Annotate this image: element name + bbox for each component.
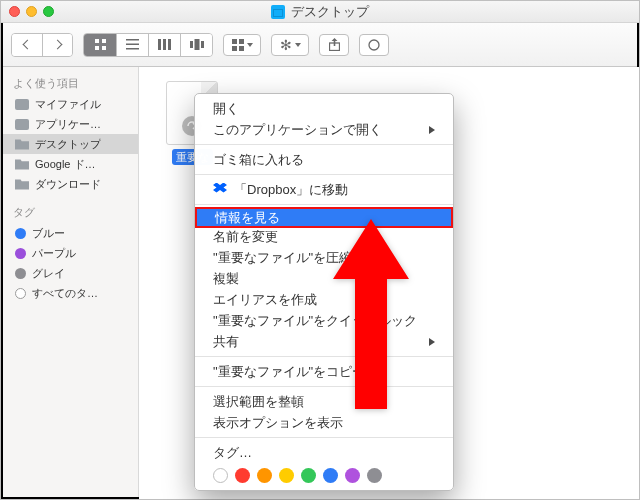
tag-circle-yellow[interactable] xyxy=(279,468,294,483)
view-mode-segment xyxy=(83,33,213,57)
ctx-duplicate[interactable]: 複製 xyxy=(195,268,453,289)
svg-rect-11 xyxy=(194,39,199,50)
ctx-alias[interactable]: エイリアスを作成 xyxy=(195,289,453,310)
tag-circle-green[interactable] xyxy=(301,468,316,483)
window-title: デスクトップ xyxy=(291,3,369,21)
sidebar-item-googledrive[interactable]: Google ド… xyxy=(1,154,138,174)
share-button[interactable] xyxy=(319,34,349,56)
svg-rect-15 xyxy=(232,46,237,51)
view-icon-button[interactable] xyxy=(84,34,116,56)
sidebar-tag-gray[interactable]: グレイ xyxy=(1,263,138,283)
close-window-button[interactable] xyxy=(9,6,20,17)
ctx-quicklook[interactable]: "重要なファイル"をクイックルック xyxy=(195,310,453,331)
svg-rect-10 xyxy=(190,41,193,48)
svg-rect-13 xyxy=(232,39,237,44)
svg-rect-3 xyxy=(102,46,106,50)
tag-circle-purple[interactable] xyxy=(345,468,360,483)
action-dropdown[interactable]: ✻ xyxy=(271,34,309,56)
downloads-icon xyxy=(15,179,29,190)
ctx-move-dropbox[interactable]: 「Dropbox」に移動 xyxy=(195,179,453,200)
svg-rect-7 xyxy=(158,39,161,50)
ctx-open[interactable]: 開く xyxy=(195,98,453,119)
ctx-copy[interactable]: "重要なファイル"をコピー xyxy=(195,361,453,382)
view-list-button[interactable] xyxy=(116,34,148,56)
columns-icon xyxy=(158,39,171,50)
ctx-get-info[interactable]: 情報を見る xyxy=(195,207,453,228)
minimize-window-button[interactable] xyxy=(26,6,37,17)
back-button[interactable] xyxy=(12,34,42,56)
svg-rect-8 xyxy=(163,39,166,50)
chevron-down-icon xyxy=(295,43,301,47)
sidebar-header-favorites: よく使う項目 xyxy=(1,75,138,94)
sidebar-item-desktop[interactable]: デスクトップ xyxy=(1,134,138,154)
ctx-share[interactable]: 共有 xyxy=(195,331,453,352)
sidebar-tag-purple[interactable]: パープル xyxy=(1,243,138,263)
chevron-right-icon xyxy=(53,40,63,50)
sidebar-item-myfiles[interactable]: マイファイル xyxy=(1,94,138,114)
sidebar-header-tags: タグ xyxy=(1,204,138,223)
tags-button[interactable] xyxy=(359,34,389,56)
chevron-left-icon xyxy=(22,40,32,50)
finder-window: デスクトップ ✻ xyxy=(0,0,640,500)
dropbox-icon xyxy=(213,183,227,197)
ctx-separator xyxy=(195,204,453,205)
tag-circle-red[interactable] xyxy=(235,468,250,483)
sidebar: よく使う項目 マイファイル アプリケー… デスクトップ Google ド… ダウ… xyxy=(1,67,139,499)
toolbar: ✻ xyxy=(1,23,639,67)
ctx-separator xyxy=(195,144,453,145)
desktop-icon xyxy=(15,139,29,150)
arrange-dropdown[interactable] xyxy=(223,34,261,56)
svg-rect-5 xyxy=(126,44,139,46)
ctx-compress[interactable]: "重要なファイル"を圧縮 xyxy=(195,247,453,268)
grid-icon xyxy=(94,38,107,51)
ctx-tag-colors xyxy=(195,463,453,486)
sidebar-tag-all[interactable]: すべてのタ… xyxy=(1,283,138,303)
view-column-button[interactable] xyxy=(148,34,180,56)
tag-circle-blue[interactable] xyxy=(323,468,338,483)
chevron-down-icon xyxy=(247,43,253,47)
maximize-window-button[interactable] xyxy=(43,6,54,17)
ctx-cleanup[interactable]: 選択範囲を整頓 xyxy=(195,391,453,412)
tag-all-icon xyxy=(15,288,26,299)
svg-rect-9 xyxy=(168,39,171,50)
nav-buttons xyxy=(11,33,73,57)
ctx-view-options[interactable]: 表示オプションを表示 xyxy=(195,412,453,433)
ctx-tags-label: タグ… xyxy=(195,442,453,463)
sidebar-item-applications[interactable]: アプリケー… xyxy=(1,114,138,134)
folder-icon xyxy=(15,159,29,170)
tag-icon xyxy=(368,39,380,51)
forward-button[interactable] xyxy=(42,34,72,56)
submenu-caret-icon xyxy=(429,126,435,134)
apps-icon xyxy=(15,119,29,130)
sidebar-tag-blue[interactable]: ブルー xyxy=(1,223,138,243)
titlebar: デスクトップ xyxy=(1,1,639,23)
svg-rect-4 xyxy=(126,39,139,41)
tag-dot-icon xyxy=(15,268,26,279)
ctx-trash[interactable]: ゴミ箱に入れる xyxy=(195,149,453,170)
tag-circle-none[interactable] xyxy=(213,468,228,483)
coverflow-icon xyxy=(190,39,204,50)
view-coverflow-button[interactable] xyxy=(180,34,212,56)
ctx-separator xyxy=(195,174,453,175)
ctx-rename[interactable]: 名前を変更 xyxy=(195,226,453,247)
share-icon xyxy=(329,38,340,51)
window-controls xyxy=(9,6,54,17)
allfiles-icon xyxy=(15,99,29,110)
submenu-caret-icon xyxy=(429,338,435,346)
folder-icon xyxy=(271,5,285,19)
grid-small-icon xyxy=(232,39,244,51)
sidebar-item-downloads[interactable]: ダウンロード xyxy=(1,174,138,194)
svg-rect-16 xyxy=(239,46,244,51)
context-menu: 開く このアプリケーションで開く ゴミ箱に入れる 「Dropbox」に移動 情報… xyxy=(194,93,454,491)
svg-rect-0 xyxy=(95,39,99,43)
ctx-open-with[interactable]: このアプリケーションで開く xyxy=(195,119,453,140)
svg-rect-14 xyxy=(239,39,244,44)
tag-circle-gray[interactable] xyxy=(367,468,382,483)
svg-rect-1 xyxy=(102,39,106,43)
ctx-separator xyxy=(195,386,453,387)
tag-circle-orange[interactable] xyxy=(257,468,272,483)
gear-icon: ✻ xyxy=(280,37,292,53)
svg-point-18 xyxy=(369,40,379,50)
svg-rect-2 xyxy=(95,46,99,50)
ctx-separator xyxy=(195,356,453,357)
